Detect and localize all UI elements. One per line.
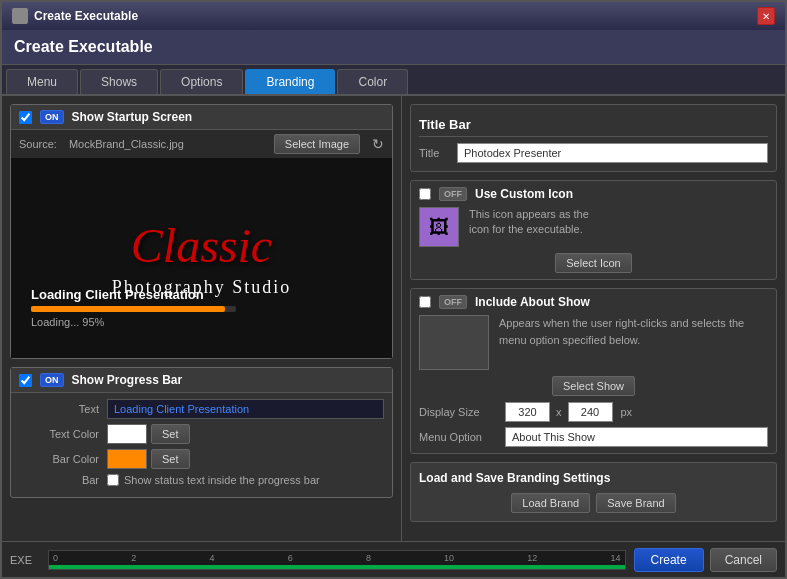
left-panel: ON Show Startup Screen Source: MockBrand… (2, 96, 402, 541)
icon-description: This icon appears as the icon for the ex… (469, 207, 589, 238)
progress-text-input[interactable] (107, 399, 384, 419)
create-button[interactable]: Create (634, 548, 704, 572)
tab-options[interactable]: Options (160, 69, 243, 94)
icon-thumbnail: 🖼 (419, 207, 459, 247)
tab-branding[interactable]: Branding (245, 69, 335, 94)
startup-checkbox[interactable] (19, 111, 32, 124)
preview-progress-container (31, 306, 236, 312)
load-save-section: Load and Save Branding Settings Load Bra… (410, 462, 777, 522)
text-color-row: Text Color Set (19, 424, 384, 444)
about-desc-line2: menu option specified below. (499, 332, 768, 349)
title-bar-left: Create Executable (12, 8, 138, 24)
custom-icon-checkbox[interactable] (419, 188, 431, 200)
tl-10: 10 (444, 553, 454, 563)
right-panel: Title Bar Title OFF Use Custom Icon 🖼 Th… (402, 96, 785, 541)
select-icon-button[interactable]: Select Icon (555, 253, 631, 273)
size-separator: x (556, 406, 562, 418)
refresh-icon[interactable]: ↻ (372, 136, 384, 152)
tl-0: 0 (53, 553, 58, 563)
close-button[interactable]: ✕ (757, 7, 775, 25)
loading-text: Loading Client Presentation (31, 287, 372, 302)
menu-option-row: Menu Option (419, 427, 768, 447)
about-show-header: OFF Include About Show (419, 295, 768, 309)
title-text-input[interactable] (457, 143, 768, 163)
width-input[interactable] (505, 402, 550, 422)
main-content: ON Show Startup Screen Source: MockBrand… (2, 96, 785, 541)
bar-color-swatch[interactable] (107, 449, 147, 469)
classic-logo-text: Classic (131, 218, 272, 273)
tab-color[interactable]: Color (337, 69, 408, 94)
exe-label: EXE (10, 554, 32, 566)
icon-preview-row: 🖼 This icon appears as the icon for the … (419, 207, 768, 247)
progress-title: Show Progress Bar (72, 373, 183, 387)
main-window: Create Executable ✕ Create Executable Me… (0, 0, 787, 579)
progress-bar-section: ON Show Progress Bar Text Text Color Set… (10, 367, 393, 498)
title-bar-heading: Title Bar (419, 113, 768, 137)
custom-icon-section: OFF Use Custom Icon 🖼 This icon appears … (410, 180, 777, 280)
load-save-buttons: Load Brand Save Brand (419, 493, 768, 513)
loading-percent: Loading... 95% (31, 316, 372, 328)
preview-area: Classic Photography Studio Loading Clien… (11, 158, 392, 358)
tl-12: 12 (527, 553, 537, 563)
custom-icon-title: Use Custom Icon (475, 187, 573, 201)
progress-form: Text Text Color Set Bar Color Set B (11, 393, 392, 497)
menu-option-input[interactable] (505, 427, 768, 447)
load-brand-button[interactable]: Load Brand (511, 493, 590, 513)
bar-status-text: Show status text inside the progress bar (124, 474, 320, 486)
text-color-swatch[interactable] (107, 424, 147, 444)
tl-4: 4 (209, 553, 214, 563)
source-value: MockBrand_Classic.jpg (69, 138, 266, 150)
bottom-bar: EXE 0 2 4 6 8 10 12 14 Create Cancel (2, 541, 785, 577)
about-thumbnail (419, 315, 489, 370)
startup-screen-section: ON Show Startup Screen Source: MockBrand… (10, 104, 393, 359)
select-image-button[interactable]: Select Image (274, 134, 360, 154)
menu-option-label: Menu Option (419, 431, 499, 443)
progress-toggle: ON (40, 373, 64, 387)
bar-status-row: Bar Show status text inside the progress… (19, 474, 384, 486)
load-save-heading: Load and Save Branding Settings (419, 471, 768, 485)
app-icon (12, 8, 28, 24)
select-show-button[interactable]: Select Show (552, 376, 635, 396)
text-color-label: Text Color (19, 428, 99, 440)
source-row: Source: MockBrand_Classic.jpg Select Ima… (11, 130, 392, 158)
bar-color-label: Bar Color (19, 453, 99, 465)
cancel-button[interactable]: Cancel (710, 548, 777, 572)
about-preview-row: Appears when the user right-clicks and s… (419, 315, 768, 370)
progress-checkbox[interactable] (19, 374, 32, 387)
source-label: Source: (19, 138, 57, 150)
title-field-label: Title (419, 147, 449, 159)
about-desc-line1: Appears when the user right-clicks and s… (499, 315, 768, 332)
window-title: Create Executable (34, 9, 138, 23)
bar-label: Bar (19, 474, 99, 486)
tab-bar: Menu Shows Options Branding Color (2, 65, 785, 96)
tab-shows[interactable]: Shows (80, 69, 158, 94)
icon-desc-line1: This icon appears as the (469, 207, 589, 222)
icon-desc-line2: icon for the executable. (469, 222, 589, 237)
tl-6: 6 (288, 553, 293, 563)
select-icon-row: Select Icon (419, 253, 768, 273)
timeline-bar (49, 565, 625, 569)
save-brand-button[interactable]: Save Brand (596, 493, 675, 513)
custom-icon-header: OFF Use Custom Icon (419, 187, 768, 201)
bar-color-row: Bar Color Set (19, 449, 384, 469)
tl-8: 8 (366, 553, 371, 563)
display-size-label: Display Size (419, 406, 499, 418)
tab-menu[interactable]: Menu (6, 69, 78, 94)
height-input[interactable] (568, 402, 613, 422)
about-description: Appears when the user right-clicks and s… (499, 315, 768, 348)
set-bar-color-button[interactable]: Set (151, 449, 190, 469)
about-show-title: Include About Show (475, 295, 590, 309)
about-show-checkbox[interactable] (419, 296, 431, 308)
display-size-row: Display Size x px (419, 402, 768, 422)
set-text-color-button[interactable]: Set (151, 424, 190, 444)
startup-title: Show Startup Screen (72, 110, 193, 124)
bar-status-checkbox[interactable] (107, 474, 119, 486)
title-bar-config-section: Title Bar Title (410, 104, 777, 172)
timeline: 0 2 4 6 8 10 12 14 (48, 550, 626, 570)
title-input-row: Title (419, 143, 768, 163)
progress-header: ON Show Progress Bar (11, 368, 392, 393)
about-show-section: OFF Include About Show Appears when the … (410, 288, 777, 454)
loading-section: Loading Client Presentation Loading... 9… (31, 287, 372, 328)
startup-toggle: ON (40, 110, 64, 124)
custom-icon-toggle: OFF (439, 187, 467, 201)
